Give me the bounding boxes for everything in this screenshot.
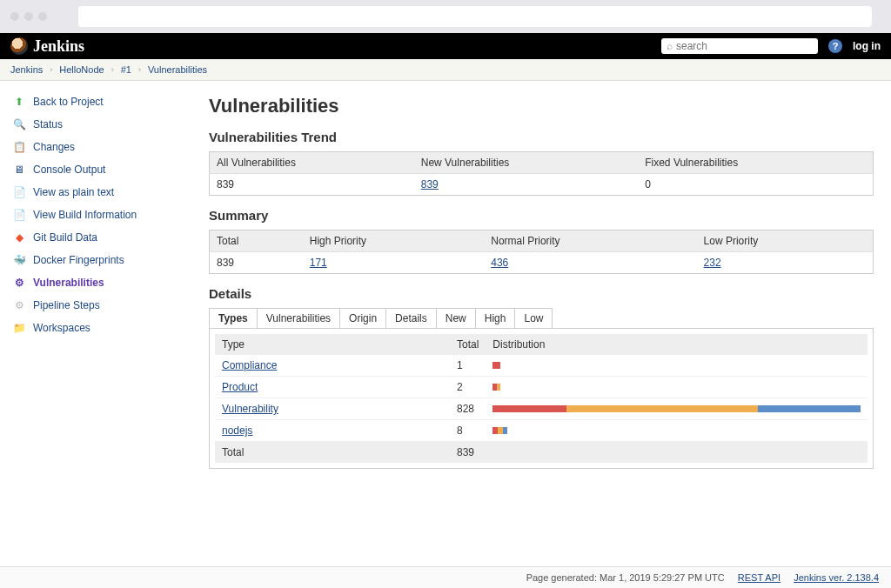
list-icon: 📋	[12, 140, 26, 154]
git-icon: ◆	[12, 231, 26, 244]
arrow-up-icon: ⬆	[12, 95, 26, 109]
sidebar-item-label: View as plain text	[33, 186, 114, 198]
chevron-right-icon: ›	[138, 65, 141, 74]
details-table: Type Total Distribution Compliance1Produ…	[215, 334, 868, 463]
sidebar-item-console[interactable]: 🖥 Console Output	[7, 159, 202, 180]
type-link[interactable]: nodejs	[222, 424, 252, 437]
link-low[interactable]: 232	[704, 257, 721, 269]
breadcrumb: Jenkins › HelloNode › #1 › Vulnerabiliti…	[0, 59, 891, 81]
page-title: Vulnerabilities	[209, 95, 874, 117]
cell-value: 839	[210, 252, 303, 274]
sidebar-item-pipeline[interactable]: ⚙ Pipeline Steps	[7, 295, 202, 316]
sidebar-item-label: View Build Information	[33, 209, 137, 221]
tab-details[interactable]: Details	[385, 308, 437, 328]
cell-value: 839	[450, 442, 486, 464]
window-dot	[24, 12, 33, 21]
tab-origin[interactable]: Origin	[339, 308, 386, 328]
table-row: Compliance1	[215, 355, 868, 377]
pipeline-icon: ⚙	[12, 298, 26, 312]
help-icon[interactable]: ?	[828, 39, 842, 53]
sidebar-item-label: Back to Project	[33, 96, 104, 108]
sidebar-item-changes[interactable]: 📋 Changes	[7, 137, 202, 157]
distribution-cell	[486, 420, 868, 442]
col-header: Fixed Vulnerabilities	[638, 152, 873, 174]
distribution-bar	[492, 405, 861, 412]
sidebar-item-status[interactable]: 🔍 Status	[7, 114, 202, 135]
tab-low[interactable]: Low	[514, 308, 553, 328]
sidebar-item-back[interactable]: ⬆ Back to Project	[7, 91, 202, 112]
tab-high[interactable]: High	[475, 308, 516, 328]
cell-value: Total	[215, 442, 450, 464]
distribution-cell	[486, 355, 868, 377]
col-header: All Vulnerabilities	[210, 152, 414, 174]
distribution-bar	[492, 362, 499, 369]
app-title[interactable]: Jenkins	[33, 37, 84, 56]
summary-table: Total High Priority Normal Priority Low …	[209, 230, 874, 274]
table-row: Vulnerability828	[215, 398, 868, 420]
main-content: Vulnerabilities Vulnerabilities Trend Al…	[209, 81, 891, 568]
cell-value: 8	[450, 420, 486, 442]
distribution-bar	[492, 384, 499, 391]
distribution-cell	[486, 398, 868, 420]
sidebar-item-git[interactable]: ◆ Git Build Data	[7, 227, 202, 248]
search-input[interactable]	[676, 40, 813, 52]
window-dot	[38, 12, 47, 21]
sidebar-item-label: Changes	[33, 141, 75, 153]
docker-icon: 🐳	[12, 253, 26, 267]
type-link[interactable]: Compliance	[222, 359, 277, 371]
link-new-vulns[interactable]: 839	[421, 178, 439, 190]
details-heading: Details	[209, 286, 874, 301]
sidebar-item-buildinfo[interactable]: 📄 View Build Information	[7, 204, 202, 225]
breadcrumb-item[interactable]: #1	[121, 64, 131, 75]
window-dot	[10, 12, 19, 21]
type-link[interactable]: Vulnerability	[222, 403, 278, 415]
tab-vulnerabilities[interactable]: Vulnerabilities	[257, 308, 340, 328]
trend-heading: Vulnerabilities Trend	[209, 130, 874, 144]
table-total-row: Total839	[215, 442, 868, 464]
link-high[interactable]: 171	[310, 257, 327, 269]
col-header: High Priority	[303, 231, 484, 252]
tab-types[interactable]: Types	[209, 308, 258, 328]
search-icon: 🔍	[12, 117, 26, 131]
breadcrumb-item[interactable]: HelloNode	[59, 64, 104, 75]
sidebar-item-label: Console Output	[33, 164, 105, 176]
cell-value: 828	[450, 398, 486, 420]
sidebar-item-label: Git Build Data	[33, 231, 97, 244]
summary-heading: Summary	[209, 208, 874, 223]
sidebar-item-vulnerabilities[interactable]: ⚙ Vulnerabilities	[7, 272, 202, 293]
search-box[interactable]: ⌕	[661, 38, 818, 54]
sidebar-item-docker[interactable]: 🐳 Docker Fingerprints	[7, 250, 202, 271]
plaintext-icon: 📄	[12, 185, 26, 199]
col-header: Low Priority	[697, 231, 874, 252]
sidebar-item-workspaces[interactable]: 📁 Workspaces	[7, 317, 202, 338]
url-bar[interactable]	[78, 6, 872, 27]
distribution-cell	[486, 377, 868, 398]
breadcrumb-item[interactable]: Vulnerabilities	[148, 64, 207, 75]
table-row: Product2	[215, 377, 868, 398]
table-row: nodejs8	[215, 420, 868, 442]
login-link[interactable]: log in	[853, 40, 881, 52]
tab-new[interactable]: New	[436, 308, 476, 328]
cell-value: 2	[450, 377, 486, 398]
details-tabs: Types Vulnerabilities Origin Details New…	[209, 308, 874, 328]
col-header: Normal Priority	[484, 231, 696, 252]
breadcrumb-item[interactable]: Jenkins	[10, 64, 43, 75]
footer: Page generated: Mar 1, 2019 5:29:27 PM U…	[0, 566, 891, 568]
link-normal[interactable]: 436	[491, 257, 508, 269]
sidebar-item-label: Docker Fingerprints	[33, 254, 124, 266]
col-header: Total	[210, 231, 303, 252]
col-header: Total	[450, 334, 486, 355]
col-header: Distribution	[486, 334, 868, 355]
security-icon: ⚙	[12, 276, 26, 290]
cell-value: 0	[638, 174, 873, 196]
sidebar-item-plaintext[interactable]: 📄 View as plain text	[7, 182, 202, 203]
sidebar: ⬆ Back to Project 🔍 Status 📋 Changes 🖥 C…	[0, 81, 209, 568]
folder-icon: 📁	[12, 321, 26, 335]
jenkins-logo-icon[interactable]	[10, 37, 28, 55]
sidebar-item-label: Vulnerabilities	[33, 277, 104, 289]
type-link[interactable]: Product	[222, 381, 258, 393]
col-header: New Vulnerabilities	[414, 152, 638, 174]
cell-value: 839	[210, 174, 414, 196]
distribution-bar	[492, 427, 507, 434]
document-icon: 📄	[12, 208, 26, 222]
